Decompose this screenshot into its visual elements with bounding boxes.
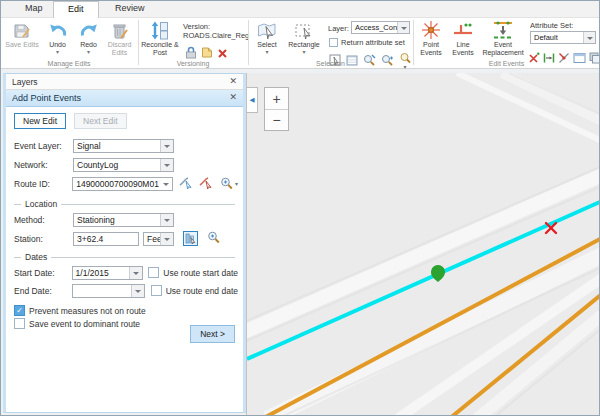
use-route-start-date-checkbox[interactable] xyxy=(148,267,159,278)
dropdown-arrow-icon[interactable] xyxy=(160,214,173,226)
attribute-set-combobox[interactable]: Default xyxy=(530,31,596,44)
panel-collapse-button[interactable]: ◀ xyxy=(247,87,258,113)
route-id-value: 14900000700090M01 xyxy=(73,178,159,190)
start-date-value: 1/1/2015 xyxy=(73,267,129,279)
zoom-out-button[interactable]: − xyxy=(265,109,288,130)
undo-dropdown-icon[interactable]: ▾ xyxy=(56,49,59,55)
group-versioning: Reconcile & Post Version: ROADS.Claire_R… xyxy=(139,18,247,68)
rectangle-select-button[interactable]: Rectangle ▾ xyxy=(285,20,323,64)
select-route-from-selection-icon[interactable] xyxy=(199,175,213,193)
zoom-to-route-icon[interactable]: ▾ xyxy=(220,177,238,190)
check-icon: ✓ xyxy=(16,306,23,315)
use-route-end-date-label: Use route end date xyxy=(166,286,238,296)
group-label-versioning: Versioning xyxy=(139,60,247,67)
return-attribute-set-checkbox[interactable] xyxy=(329,38,338,47)
station-label: Station: xyxy=(14,234,65,244)
close-icon[interactable]: ✕ xyxy=(229,92,237,102)
method-combobox[interactable]: Stationing xyxy=(73,213,174,227)
next-edit-button[interactable]: Next Edit xyxy=(74,113,127,129)
select-dropdown-icon[interactable]: ▾ xyxy=(265,49,268,55)
left-panel: Layers ✕ Add Point Events ✕ New Edit Nex… xyxy=(3,73,246,413)
prevent-measures-checkbox[interactable]: ✓ xyxy=(14,305,25,316)
group-edit-events: Point Events Line Events Event Replaceme… xyxy=(414,18,599,68)
layer-label: Layer: xyxy=(328,24,349,33)
network-value: CountyLog xyxy=(74,159,160,171)
ribbon-tabbar: Map Edit Review xyxy=(1,1,599,18)
save-edits-button[interactable]: Save Edits xyxy=(4,20,40,64)
dates-section-header: Dates xyxy=(14,251,235,263)
route-id-label: Route ID: xyxy=(14,179,65,189)
layers-pane-title: Layers xyxy=(12,77,38,87)
end-date-input[interactable] xyxy=(72,284,145,298)
reconcile-post-label: Reconcile & Post xyxy=(141,41,179,57)
point-events-button[interactable]: Point Events xyxy=(416,20,446,64)
event-layer-combobox[interactable]: Signal xyxy=(73,139,174,153)
add-point-events-title: Add Point Events xyxy=(12,93,81,103)
use-route-start-date-label: Use route start date xyxy=(163,268,238,278)
layer-combobox[interactable]: Access_Control xyxy=(351,21,410,34)
prevent-measures-label: Prevent measures not on route xyxy=(29,306,146,316)
select-cursor-icon xyxy=(257,20,277,40)
redo-button[interactable]: Redo ▾ xyxy=(74,20,103,64)
method-value: Stationing xyxy=(74,214,160,226)
save-dominant-checkbox[interactable] xyxy=(14,318,25,329)
reconcile-icon xyxy=(151,20,169,40)
tab-edit[interactable]: Edit xyxy=(53,1,99,18)
discard-edits-button[interactable]: Discard Edits xyxy=(103,20,136,64)
close-icon[interactable]: ✕ xyxy=(229,76,237,86)
dropdown-arrow-icon[interactable] xyxy=(131,285,144,297)
event-replacement-button[interactable]: Event Replacement xyxy=(480,20,526,64)
method-label: Method: xyxy=(14,215,65,225)
dropdown-arrow-icon[interactable] xyxy=(397,22,409,33)
station-value: 3+62.4 xyxy=(74,233,138,245)
network-label: Network: xyxy=(14,160,65,170)
redo-dropdown-icon[interactable]: ▾ xyxy=(87,49,90,55)
station-input[interactable]: 3+62.4 xyxy=(73,232,139,246)
group-label-edit-events: Edit Events xyxy=(414,60,599,67)
undo-button[interactable]: Undo ▾ xyxy=(43,20,72,64)
dropdown-arrow-icon[interactable] xyxy=(160,233,173,245)
dates-section-label: Dates xyxy=(25,252,47,262)
event-layer-label: Event Layer: xyxy=(14,141,65,151)
version-value: ROADS.Claire_Reg xyxy=(183,31,249,40)
select-button[interactable]: Select ▾ xyxy=(251,20,283,64)
dropdown-arrow-icon[interactable] xyxy=(160,140,173,152)
map-view[interactable]: ◀ + − xyxy=(246,73,599,415)
zoom-in-button[interactable]: + xyxy=(265,88,288,109)
return-attribute-set-option[interactable]: Return attribute set xyxy=(329,38,405,47)
next-button[interactable]: Next > xyxy=(190,325,235,343)
event-replacement-label: Event Replacement xyxy=(480,41,526,57)
line-events-button[interactable]: Line Events xyxy=(448,20,478,64)
save-dominant-label: Save event to dominant route xyxy=(29,319,140,329)
station-units-combobox[interactable]: Feet xyxy=(143,232,174,246)
route-id-combobox[interactable]: 14900000700090M01 xyxy=(72,177,173,191)
content-area: Layers ✕ Add Point Events ✕ New Edit Nex… xyxy=(1,69,599,415)
reconcile-post-button[interactable]: Reconcile & Post xyxy=(141,20,179,64)
group-manage-edits: Save Edits Undo ▾ Redo ▾ Discar xyxy=(1,18,137,68)
add-point-events-header[interactable]: Add Point Events ✕ xyxy=(6,90,243,107)
new-edit-button[interactable]: New Edit xyxy=(14,113,66,129)
pick-station-on-map-button[interactable] xyxy=(183,231,198,246)
discard-edits-label: Discard Edits xyxy=(103,41,136,57)
network-combobox[interactable]: CountyLog xyxy=(73,158,174,172)
trash-icon xyxy=(111,20,129,40)
zoom-to-station-icon[interactable] xyxy=(207,230,220,248)
tab-review[interactable]: Review xyxy=(101,1,159,18)
layers-pane-header[interactable]: Layers ✕ xyxy=(6,74,243,90)
tab-map[interactable]: Map xyxy=(11,1,57,18)
group-label-manage-edits: Manage Edits xyxy=(1,60,137,67)
attribute-set-label: Attribute Set: xyxy=(530,21,573,30)
added-point-dot xyxy=(431,265,444,278)
save-edits-label: Save Edits xyxy=(5,41,38,49)
use-route-end-date-checkbox[interactable] xyxy=(151,285,162,296)
app-window: Map Edit Review Save Edits Undo ▾ xyxy=(0,0,600,416)
return-attribute-set-label: Return attribute set xyxy=(341,38,405,47)
start-date-input[interactable]: 1/1/2015 xyxy=(72,266,143,280)
dropdown-arrow-icon[interactable] xyxy=(583,32,595,43)
floppy-disk-icon xyxy=(13,20,31,40)
select-route-on-map-icon[interactable] xyxy=(179,175,193,193)
dropdown-arrow-icon[interactable] xyxy=(160,159,173,171)
dropdown-arrow-icon[interactable] xyxy=(129,267,142,279)
dropdown-arrow-icon[interactable] xyxy=(159,178,172,190)
rectangle-dropdown-icon[interactable]: ▾ xyxy=(302,49,305,55)
